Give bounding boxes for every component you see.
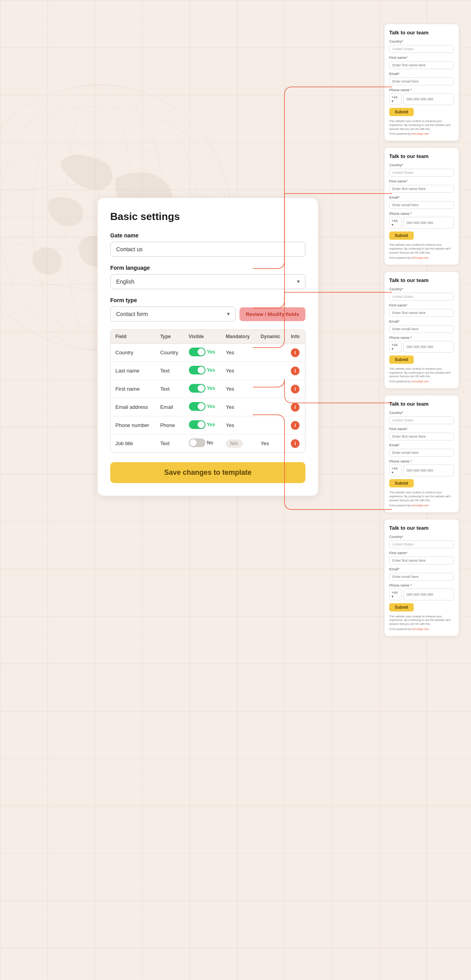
field-info[interactable]: i	[286, 416, 305, 435]
preview-powered-link[interactable]: formulayt.com	[411, 504, 429, 507]
form-language-select[interactable]: English	[110, 274, 305, 289]
preview-submit-button[interactable]: Submit	[389, 231, 414, 240]
info-icon[interactable]: i	[291, 403, 300, 412]
visible-toggle-switch[interactable]	[189, 348, 205, 356]
right-panel: Talk to our team Country* United States …	[384, 16, 463, 964]
visible-toggle-switch[interactable]	[189, 366, 205, 374]
preview-country-label: Country*	[389, 535, 454, 539]
preview-powered-text: Form powered by formulayt.com	[389, 504, 454, 507]
preview-email-input[interactable]	[389, 77, 454, 85]
preview-powered-text: Form powered by formulayt.com	[389, 256, 454, 259]
info-icon[interactable]: i	[291, 367, 300, 375]
visible-toggle-label: Yes	[207, 349, 215, 355]
field-visible[interactable]: Yes	[184, 380, 221, 398]
preview-phone-input[interactable]	[403, 465, 454, 476]
preview-phone-row: +44 ▾	[389, 465, 454, 476]
preview-country-select[interactable]: United States	[389, 540, 454, 548]
preview-powered-link[interactable]: formulayt.com	[411, 256, 429, 259]
preview-powered-link[interactable]: formulayt.com	[411, 628, 429, 630]
preview-firstname-input[interactable]	[389, 185, 454, 193]
preview-country-select[interactable]: United States	[389, 169, 454, 177]
field-info[interactable]: i	[286, 435, 305, 453]
field-type: Phone	[155, 416, 184, 435]
visible-toggle-label: Yes	[207, 367, 215, 373]
field-name: Email address	[111, 398, 155, 416]
preview-firstname-label: First name*	[389, 179, 454, 183]
field-visible[interactable]: Yes	[184, 416, 221, 435]
table-row: Email addressEmailYesYesi	[111, 398, 305, 416]
preview-submit-button[interactable]: Submit	[389, 356, 414, 364]
preview-email-input[interactable]	[389, 573, 454, 581]
field-visible[interactable]: Yes	[184, 344, 221, 362]
preview-phone-input[interactable]	[403, 589, 454, 600]
visible-toggle-switch[interactable]	[189, 420, 205, 429]
field-name: Last name	[111, 362, 155, 380]
save-changes-button[interactable]: Save changes to template	[110, 462, 305, 483]
table-row: Last nameTextYesYesi	[111, 362, 305, 380]
visible-toggle-switch[interactable]	[189, 402, 205, 411]
field-type: Text	[155, 380, 184, 398]
field-info[interactable]: i	[286, 398, 305, 416]
preview-firstname-input[interactable]	[389, 61, 454, 69]
preview-title: Talk to our team	[389, 401, 454, 407]
field-visible[interactable]: Yes	[184, 362, 221, 380]
preview-phone-input[interactable]	[403, 93, 454, 105]
field-info[interactable]: i	[286, 380, 305, 398]
field-name: Phone number	[111, 416, 155, 435]
info-icon[interactable]: i	[291, 439, 300, 448]
visible-toggle-switch[interactable]	[189, 384, 205, 393]
preview-phone-label: Phone name *	[389, 459, 454, 463]
field-visible[interactable]: No	[184, 435, 221, 453]
gate-name-label: Gate name	[110, 232, 305, 239]
preview-cookie-text: This website uses cookies to enhance you…	[389, 367, 454, 378]
info-icon[interactable]: i	[291, 385, 300, 393]
preview-phone-row: +44 ▾	[389, 589, 454, 600]
preview-firstname-input[interactable]	[389, 309, 454, 317]
preview-country-label: Country*	[389, 40, 454, 43]
field-visible[interactable]: Yes	[184, 398, 221, 416]
preview-firstname-input[interactable]	[389, 557, 454, 564]
preview-powered-link[interactable]: formulayt.com	[411, 132, 429, 135]
settings-card: Basic settings Gate name Form language E…	[97, 198, 318, 496]
field-mandatory: N/A	[221, 435, 256, 453]
field-info[interactable]: i	[286, 344, 305, 362]
preview-phone-input[interactable]	[403, 217, 454, 229]
field-dynamic	[256, 380, 286, 398]
preview-email-input[interactable]	[389, 325, 454, 333]
main-container: Basic settings Gate name Form language E…	[0, 0, 471, 980]
field-name: Country	[111, 344, 155, 362]
preview-country-select[interactable]: United States	[389, 45, 454, 53]
preview-card-5: Talk to our team Country* United States …	[384, 519, 459, 636]
preview-submit-button[interactable]: Submit	[389, 108, 414, 116]
info-icon[interactable]: i	[291, 421, 300, 430]
gate-name-input[interactable]	[110, 242, 305, 257]
preview-submit-button[interactable]: Submit	[389, 479, 414, 487]
preview-phone-code: +44 ▾	[389, 341, 402, 353]
preview-submit-button[interactable]: Submit	[389, 603, 414, 611]
preview-phone-code: +44 ▾	[389, 93, 402, 105]
preview-email-label: Email*	[389, 567, 454, 571]
preview-phone-input[interactable]	[403, 341, 454, 353]
field-name: First name	[111, 380, 155, 398]
preview-email-input[interactable]	[389, 201, 454, 209]
field-dynamic: Yes	[256, 435, 286, 453]
form-type-select[interactable]: Contact form	[110, 307, 236, 322]
preview-country-label: Country*	[389, 287, 454, 291]
preview-card-2: Talk to our team Country* United States …	[384, 147, 459, 265]
col-mandatory: Mandatory	[221, 330, 256, 344]
preview-powered-text: Form powered by formulayt.com	[389, 132, 454, 135]
field-type: Email	[155, 398, 184, 416]
field-info[interactable]: i	[286, 362, 305, 380]
preview-country-select[interactable]: United States	[389, 293, 454, 301]
preview-phone-code: +44 ▾	[389, 589, 402, 600]
review-modify-button[interactable]: Review / Modify fields	[239, 307, 305, 321]
field-type: Country	[155, 344, 184, 362]
preview-powered-link[interactable]: formulayt.com	[411, 380, 429, 383]
left-panel: Basic settings Gate name Form language E…	[8, 16, 384, 964]
preview-country-select[interactable]: United States	[389, 416, 454, 424]
field-mandatory: Yes	[221, 398, 256, 416]
visible-toggle-switch[interactable]	[189, 438, 205, 447]
info-icon[interactable]: i	[291, 348, 300, 357]
preview-firstname-input[interactable]	[389, 433, 454, 440]
preview-email-input[interactable]	[389, 449, 454, 457]
